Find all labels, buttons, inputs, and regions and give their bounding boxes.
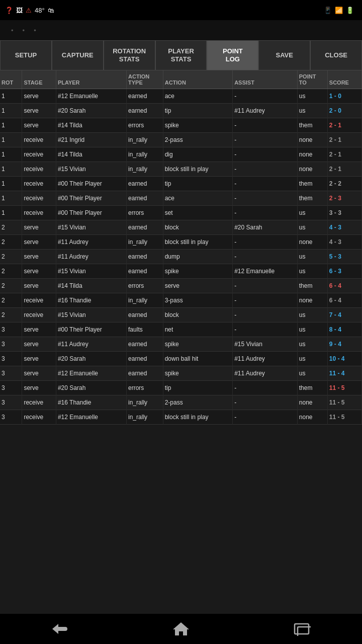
- table-body: 1serve#12 Emanuelleearnedace-us1 - 01ser…: [0, 89, 362, 425]
- cell-action-type: errors: [127, 206, 163, 220]
- cell-action-type: in_rally: [127, 235, 163, 250]
- cell-rot: 1: [0, 177, 22, 191]
- cell-action: 3-pass: [163, 293, 232, 308]
- cell-point-to: us: [297, 220, 327, 235]
- cell-rot: 2: [0, 264, 22, 279]
- cell-assist: -: [233, 147, 298, 162]
- cell-score: 9 - 4: [327, 337, 361, 352]
- cell-rot: 1: [0, 104, 22, 118]
- cell-player: #15 Vivian: [56, 308, 126, 323]
- cell-assist: -: [233, 323, 298, 337]
- cell-rot: 1: [0, 206, 22, 220]
- table-header-row: ROT STAGE PLAYER ACTION TYPE ACTION ASSI…: [0, 70, 362, 89]
- cell-action-type: earned: [127, 366, 163, 381]
- cell-action: block: [163, 220, 232, 235]
- cell-assist: #11 Audrey: [233, 352, 298, 366]
- cell-stage: receive: [22, 410, 56, 425]
- cell-rot: 3: [0, 352, 22, 366]
- cell-rot: 2: [0, 293, 22, 308]
- separator-1: •: [11, 27, 14, 34]
- image-icon: 🖼: [16, 7, 23, 14]
- cell-player: #11 Audrey: [56, 250, 126, 264]
- cell-action-type: faults: [127, 323, 163, 337]
- cell-rot: 2: [0, 250, 22, 264]
- cell-point-to: us: [297, 104, 327, 118]
- recents-button[interactable]: [287, 619, 317, 639]
- cell-player: #15 Vivian: [56, 220, 126, 235]
- cell-action-type: earned: [127, 308, 163, 323]
- cell-assist: -: [233, 206, 298, 220]
- table-row: 1serve#20 Sarahearnedtip#11 Audreyus2 - …: [0, 104, 362, 118]
- cell-rot: 3: [0, 395, 22, 410]
- close-button[interactable]: CLOSE: [310, 40, 362, 70]
- back-button[interactable]: [45, 619, 75, 639]
- cell-assist: -: [233, 235, 298, 250]
- cell-action: block still in play: [163, 235, 232, 250]
- cell-rot: 2: [0, 308, 22, 323]
- cell-action-type: earned: [127, 89, 163, 104]
- cell-player: #20 Sarah: [56, 352, 126, 366]
- cell-assist: #11 Audrey: [233, 366, 298, 381]
- cell-score: 6 - 4: [327, 279, 361, 293]
- table-row: 1receive#14 Tildain_rallydig-none2 - 1: [0, 147, 362, 162]
- cell-score: 4 - 3: [327, 235, 361, 250]
- table-row: 1receive#21 Ingridin_rally2-pass-none2 -…: [0, 133, 362, 147]
- cell-score: 11 - 5: [327, 395, 361, 410]
- cell-assist: -: [233, 177, 298, 191]
- cell-player: #14 Tilda: [56, 118, 126, 133]
- col-rot: ROT: [0, 70, 22, 89]
- cell-point-to: us: [297, 206, 327, 220]
- separator-2: •: [23, 27, 25, 34]
- cell-assist: -: [233, 133, 298, 147]
- capture-button[interactable]: CAPTURE: [52, 40, 104, 70]
- cell-score: 10 - 4: [327, 352, 361, 366]
- cell-stage: serve: [22, 250, 56, 264]
- cell-rot: 1: [0, 162, 22, 177]
- table-row: 2serve#11 Audreyearneddump-us5 - 3: [0, 250, 362, 264]
- cell-score: 2 - 1: [327, 147, 361, 162]
- cell-player: #00 Their Player: [56, 191, 126, 206]
- cell-action: dump: [163, 250, 232, 264]
- cell-assist: #11 Audrey: [233, 104, 298, 118]
- player-stats-button[interactable]: PLAYER STATS: [155, 40, 207, 70]
- status-icons-left: ❓ 🖼 ⚠ 48° 🛍: [5, 7, 54, 14]
- battery-icon: 🔋: [346, 7, 354, 14]
- table-row: 2serve#15 Vivianearnedspike#12 Emanuelle…: [0, 264, 362, 279]
- cell-point-to: none: [297, 410, 327, 425]
- cell-point-to: us: [297, 250, 327, 264]
- cell-score: 2 - 1: [327, 133, 361, 147]
- cell-point-to: us: [297, 337, 327, 352]
- cell-score: 7 - 4: [327, 308, 361, 323]
- cell-stage: receive: [22, 206, 56, 220]
- cell-score: 11 - 4: [327, 366, 361, 381]
- cell-assist: #12 Emanuelle: [233, 264, 298, 279]
- cell-rot: 1: [0, 118, 22, 133]
- cell-action: ace: [163, 89, 232, 104]
- cell-score: 1 - 0: [327, 89, 361, 104]
- point-log-table: ROT STAGE PLAYER ACTION TYPE ACTION ASSI…: [0, 70, 362, 425]
- cell-player: #12 Emanuelle: [56, 410, 126, 425]
- status-bar: ❓ 🖼 ⚠ 48° 🛍 📱 📶 🔋: [0, 0, 362, 20]
- cell-point-to: us: [297, 323, 327, 337]
- table-row: 3serve#20 Saraherrorstip-them11 - 5: [0, 381, 362, 395]
- cell-action: 2-pass: [163, 133, 232, 147]
- table-row: 2receive#15 Vivianearnedblock-us7 - 4: [0, 308, 362, 323]
- rotation-stats-button[interactable]: ROTATION STATS: [104, 40, 155, 70]
- cell-player: #20 Sarah: [56, 104, 126, 118]
- point-log-button[interactable]: POINT LOG: [207, 40, 258, 70]
- cell-rot: 1: [0, 147, 22, 162]
- home-button[interactable]: [166, 619, 196, 639]
- table-row: 3serve#12 Emanuelleearnedspike#11 Audrey…: [0, 366, 362, 381]
- cell-rot: 2: [0, 220, 22, 235]
- cell-player: #16 Thandie: [56, 395, 126, 410]
- cell-assist: -: [233, 308, 298, 323]
- cell-score: 4 - 3: [327, 220, 361, 235]
- cell-stage: receive: [22, 293, 56, 308]
- setup-button[interactable]: SETUP: [0, 40, 52, 70]
- table-row: 2receive#16 Thandiein_rally3-pass-none6 …: [0, 293, 362, 308]
- table-row: 2serve#15 Vivianearnedblock#20 Sarahus4 …: [0, 220, 362, 235]
- cell-action: spike: [163, 264, 232, 279]
- table-row: 3serve#20 Sarahearneddown ball hit#11 Au…: [0, 352, 362, 366]
- cell-action: 2-pass: [163, 395, 232, 410]
- save-button[interactable]: SAVE: [258, 40, 310, 70]
